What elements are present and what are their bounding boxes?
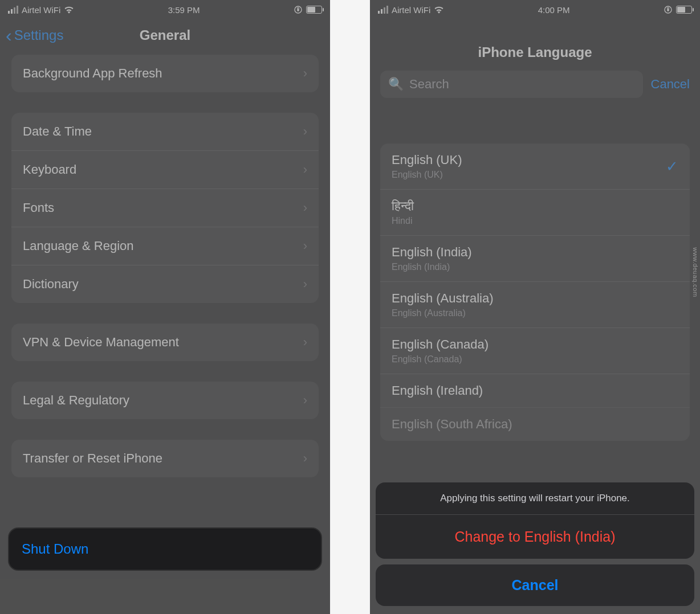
row-transfer-reset[interactable]: Transfer or Reset iPhone› [11,440,319,477]
status-bar: Airtel WiFi 4:00 PM [370,0,700,19]
settings-group: Background App Refresh › [11,55,319,92]
lang-native: English (Ireland) [392,383,483,398]
lang-sub: English (India) [392,262,472,272]
lang-row[interactable]: English (Australia)English (Australia) [380,281,690,328]
shutdown-button[interactable]: Shut Down [9,529,321,570]
search-row: 🔍 Search Cancel [370,65,700,98]
row-dictionary[interactable]: Dictionary› [11,265,319,303]
lang-row[interactable]: English (Canada)English (Canada) [380,328,690,374]
settings-group: Legal & Regulatory› [11,382,319,419]
carrier-label: Airtel WiFi [392,5,430,15]
language-list: English (UK)English (UK) ✓ हिन्दीHindi E… [380,144,690,441]
wifi-icon [434,6,444,14]
svg-rect-3 [667,9,669,11]
action-sheet-card: Applying this setting will restart your … [376,482,694,559]
phone-left: Airtel WiFi 3:59 PM ‹ Settings General B… [0,0,330,614]
chevron-right-icon: › [303,451,307,466]
nav-bar: ‹ Settings General [0,19,330,51]
battery-icon [306,6,322,14]
chevron-right-icon: › [303,66,307,81]
row-legal[interactable]: Legal & Regulatory› [11,382,319,419]
change-language-button[interactable]: Change to English (India) [376,515,694,559]
row-label: Dictionary [23,277,79,292]
chevron-right-icon: › [303,277,307,292]
lang-native: हिन्दी [392,199,414,214]
checkmark-icon: ✓ [666,158,678,175]
cell-signal-icon [8,6,18,14]
page-title: iPhone Language [478,44,592,60]
lang-row[interactable]: English (India)English (India) [380,235,690,281]
row-label: Date & Time [23,124,92,139]
row-keyboard[interactable]: Keyboard› [11,150,319,189]
search-input[interactable]: 🔍 Search [380,71,643,98]
clock: 4:00 PM [538,5,570,15]
search-cancel-button[interactable]: Cancel [651,77,690,92]
row-vpn[interactable]: VPN & Device Management› [11,324,319,361]
settings-group: VPN & Device Management› [11,324,319,361]
row-label: Language & Region [23,239,134,253]
chevron-right-icon: › [303,393,307,408]
action-sheet: Applying this setting will restart your … [376,482,694,606]
chevron-right-icon: › [303,124,307,139]
row-label: Fonts [23,200,54,215]
chevron-right-icon: › [303,162,307,177]
lang-native: English (South Africa) [392,417,512,432]
sheet-message: Applying this setting will restart your … [376,482,694,515]
lang-native: English (UK) [392,153,462,167]
row-label: Legal & Regulatory [23,393,129,408]
chevron-right-icon: › [303,239,307,253]
lang-row[interactable]: English (UK)English (UK) ✓ [380,144,690,189]
status-bar: Airtel WiFi 3:59 PM [0,0,330,19]
page-title: General [140,27,190,43]
lang-sub: English (Canada) [392,354,489,365]
wifi-icon [64,6,74,14]
lang-sub: English (Australia) [392,308,494,318]
cell-signal-icon [378,6,388,14]
row-fonts[interactable]: Fonts› [11,189,319,227]
carrier-label: Airtel WiFi [22,5,60,15]
lang-row[interactable]: English (South Africa) [380,407,690,441]
back-button[interactable]: ‹ Settings [6,26,63,44]
row-date-time[interactable]: Date & Time› [11,113,319,150]
chevron-left-icon: ‹ [6,26,12,44]
row-label: Transfer or Reset iPhone [23,451,162,466]
lang-native: English (Canada) [392,337,489,352]
nav-bar: iPhone Language [370,19,700,65]
lang-sub: English (UK) [392,170,462,180]
lang-native: English (India) [392,245,472,260]
row-label: Background App Refresh [23,66,162,81]
lang-row[interactable]: English (Ireland) [380,374,690,407]
chevron-right-icon: › [303,200,307,215]
lang-native: English (Australia) [392,291,494,306]
row-label: VPN & Device Management [23,335,179,350]
cancel-button[interactable]: Cancel [376,564,694,606]
chevron-right-icon: › [303,335,307,350]
svg-rect-1 [297,9,299,11]
watermark: www.deuaq.com [692,247,699,297]
shutdown-label: Shut Down [22,541,88,556]
phone-right: Airtel WiFi 4:00 PM iPhone Language 🔍 Se… [370,0,700,614]
rotation-lock-icon [294,5,303,14]
row-background-app-refresh[interactable]: Background App Refresh › [11,55,319,92]
search-icon: 🔍 [388,77,404,92]
clock: 3:59 PM [168,5,200,15]
settings-group: Transfer or Reset iPhone› [11,440,319,477]
rotation-lock-icon [664,5,673,14]
settings-group: Date & Time› Keyboard› Fonts› Language &… [11,113,319,303]
search-placeholder: Search [409,77,449,92]
lang-row[interactable]: हिन्दीHindi [380,189,690,235]
row-language-region[interactable]: Language & Region› [11,227,319,265]
back-label: Settings [14,27,64,43]
battery-icon [676,6,692,14]
lang-sub: Hindi [392,216,414,226]
row-label: Keyboard [23,162,76,177]
